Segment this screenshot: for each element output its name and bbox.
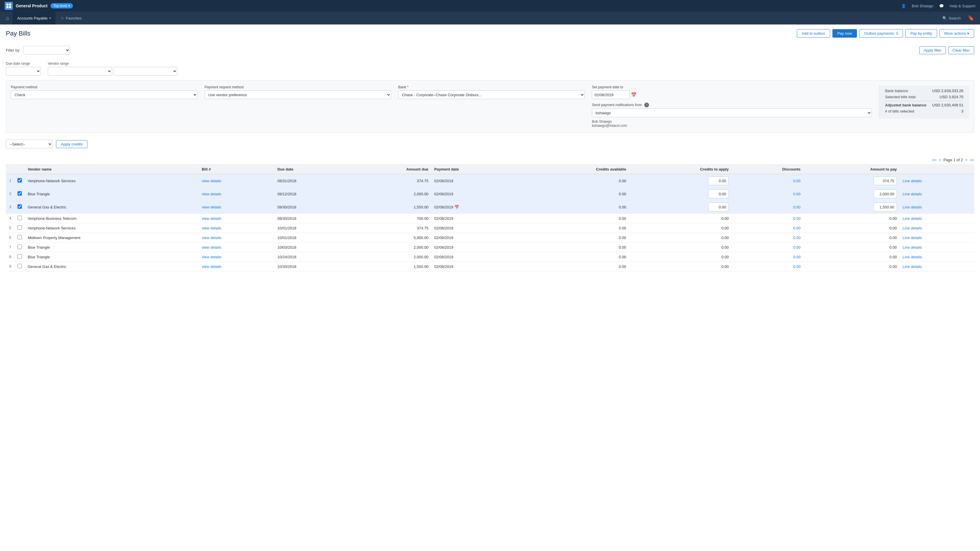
row-checkbox-cell-1[interactable]: [14, 187, 25, 200]
line-details-link-2[interactable]: Line details: [903, 205, 922, 209]
bill-link-1[interactable]: view details: [199, 187, 274, 200]
line-details-link-8[interactable]: Line details: [903, 264, 922, 269]
row-checkbox-cell-3[interactable]: [14, 214, 25, 223]
bill-link-4[interactable]: view details: [199, 223, 274, 233]
row-checkbox-cell-5[interactable]: [14, 233, 25, 243]
line-details-cell-3[interactable]: Line details: [900, 214, 974, 223]
top-level-badge[interactable]: Top level ▾: [51, 3, 73, 8]
credits-input-2[interactable]: [708, 203, 729, 211]
search-button[interactable]: 🔍 Search: [939, 16, 964, 21]
user-name-link[interactable]: Bob Shawgo: [912, 4, 933, 8]
line-details-cell-2[interactable]: Line details: [900, 200, 974, 214]
discounts-1[interactable]: 0.00: [732, 187, 803, 200]
apply-credits-button[interactable]: Apply credits: [56, 140, 88, 148]
vendor-range-from-select[interactable]: [48, 67, 112, 76]
amount-to-pay-1[interactable]: [803, 187, 900, 200]
vendor-range-to-select[interactable]: [113, 67, 177, 76]
help-icon[interactable]: ?: [644, 103, 649, 107]
help-link[interactable]: Help & Support: [950, 4, 975, 8]
row-checkbox-cell-0[interactable]: [14, 174, 25, 187]
bank-select[interactable]: Chase - Corporate--Chase Corporate Disbu…: [398, 91, 585, 99]
credits-to-apply-0[interactable]: [629, 174, 732, 187]
bill-link-3[interactable]: view details: [199, 214, 274, 223]
pagination-last[interactable]: >>: [970, 158, 974, 162]
row-checkbox-cell-7[interactable]: [14, 252, 25, 262]
favorites-nav[interactable]: ☆ Favorites: [56, 12, 86, 24]
bill-view-details-8[interactable]: view details: [202, 264, 221, 269]
bill-view-details-6[interactable]: view details: [202, 245, 221, 249]
line-details-cell-4[interactable]: Line details: [900, 223, 974, 233]
pay-by-entity-button[interactable]: Pay by entity: [905, 29, 937, 38]
credits-select[interactable]: --Select--: [6, 140, 52, 148]
line-details-cell-6[interactable]: Line details: [900, 243, 974, 252]
bill-view-details-2[interactable]: view details: [202, 205, 221, 209]
row-checkbox-0[interactable]: [18, 178, 22, 183]
send-from-select[interactable]: bshawgo: [592, 108, 872, 117]
bill-link-8[interactable]: view details: [199, 262, 274, 272]
bill-link-7[interactable]: view details: [199, 252, 274, 262]
bill-link-2[interactable]: view details: [199, 200, 274, 214]
row-checkbox-4[interactable]: [18, 225, 22, 230]
amount-to-pay-2[interactable]: [803, 200, 900, 214]
line-details-link-7[interactable]: Line details: [903, 255, 922, 259]
pagination-first[interactable]: <<: [932, 158, 937, 162]
row-checkbox-8[interactable]: [18, 264, 22, 268]
credits-to-apply-2[interactable]: [629, 200, 732, 214]
amount-to-pay-0[interactable]: [803, 174, 900, 187]
bill-view-details-4[interactable]: view details: [202, 226, 221, 230]
payment-method-select[interactable]: Check: [11, 91, 197, 99]
amount-to-pay-input-2[interactable]: [873, 203, 897, 211]
row-checkbox-6[interactable]: [18, 245, 22, 249]
discounts-0[interactable]: 0.00: [732, 174, 803, 187]
line-details-link-5[interactable]: Line details: [903, 235, 922, 240]
pay-now-button[interactable]: Pay now: [832, 29, 857, 38]
credits-input-0[interactable]: [708, 176, 729, 185]
row-checkbox-2[interactable]: [18, 204, 22, 209]
payment-date-input[interactable]: [592, 91, 630, 99]
payment-request-method-select[interactable]: Use vendor preference: [204, 91, 391, 99]
line-details-cell-8[interactable]: Line details: [900, 262, 974, 272]
line-details-cell-5[interactable]: Line details: [900, 233, 974, 243]
line-details-link-0[interactable]: Line details: [903, 179, 922, 183]
discounts-2[interactable]: 0.00: [732, 200, 803, 214]
more-actions-button[interactable]: More actions ▾: [939, 29, 974, 38]
bill-view-details-1[interactable]: view details: [202, 192, 221, 196]
row-checkbox-cell-6[interactable]: [14, 243, 25, 252]
calendar-icon-2[interactable]: 📅: [454, 205, 459, 209]
row-checkbox-cell-2[interactable]: [14, 200, 25, 214]
bill-view-details-0[interactable]: view details: [202, 179, 221, 183]
line-details-link-3[interactable]: Line details: [903, 216, 922, 221]
line-details-link-4[interactable]: Line details: [903, 226, 922, 230]
apply-filter-button[interactable]: Apply filter: [920, 46, 946, 54]
row-checkbox-cell-8[interactable]: [14, 262, 25, 272]
bill-link-5[interactable]: view details: [199, 233, 274, 243]
bill-link-0[interactable]: view details: [199, 174, 274, 187]
line-details-link-1[interactable]: Line details: [903, 192, 922, 196]
clear-filter-button[interactable]: Clear filter: [948, 46, 974, 54]
bookmark-icon[interactable]: 🔖: [966, 15, 977, 21]
bill-view-details-3[interactable]: view details: [202, 216, 221, 221]
row-checkbox-5[interactable]: [18, 235, 22, 239]
bill-view-details-5[interactable]: view details: [202, 235, 221, 240]
line-details-cell-0[interactable]: Line details: [900, 174, 974, 187]
row-checkbox-1[interactable]: [18, 191, 22, 195]
row-checkbox-3[interactable]: [18, 216, 22, 220]
credits-input-1[interactable]: [708, 189, 729, 198]
row-checkbox-cell-4[interactable]: [14, 223, 25, 233]
amount-to-pay-input-1[interactable]: [873, 189, 897, 198]
credits-to-apply-1[interactable]: [629, 187, 732, 200]
outbox-payments-button[interactable]: Outbox payments: 0: [859, 29, 903, 38]
line-details-cell-7[interactable]: Line details: [900, 252, 974, 262]
amount-to-pay-input-0[interactable]: [873, 176, 897, 185]
add-to-outbox-button[interactable]: Add to outbox: [797, 29, 830, 38]
row-checkbox-7[interactable]: [18, 254, 22, 259]
due-date-from-select[interactable]: [6, 67, 41, 76]
bill-view-details-7[interactable]: view details: [202, 255, 221, 259]
accounts-payable-nav[interactable]: Accounts Payable ▾: [13, 12, 56, 24]
filter-by-select[interactable]: [23, 46, 70, 54]
line-details-cell-1[interactable]: Line details: [900, 187, 974, 200]
calendar-icon[interactable]: 📅: [631, 92, 637, 98]
pagination-next[interactable]: >: [965, 158, 967, 162]
pagination-prev[interactable]: <: [939, 158, 941, 162]
nav-home-button[interactable]: ⌂: [2, 12, 13, 24]
